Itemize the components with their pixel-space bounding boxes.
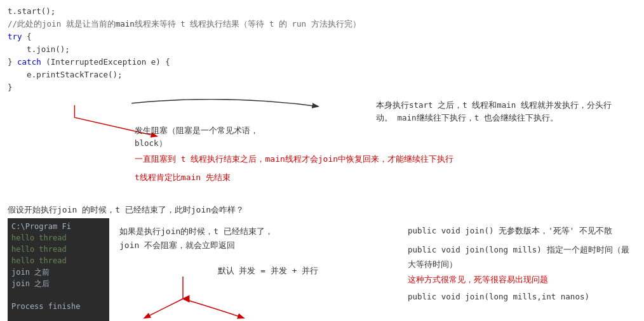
- join-question: 假设开始执行join 的时候，t 已经结束了，此时join会咋样？: [8, 204, 636, 216]
- terminal-line-5: join 之后: [11, 278, 105, 289]
- code-line-1: t.start();: [8, 5, 636, 18]
- concurrency-arrows: [126, 277, 316, 321]
- join-immediate-return: 如果是执行join的时候，t 已经结束了， join 不会阻塞，就会立即返回: [119, 225, 398, 252]
- annotation-section: 本身执行start 之后，t 线程和main 线程就并发执行，分头行动。 mai…: [8, 99, 636, 200]
- code-line-6: e.printStackTrace();: [8, 69, 636, 81]
- concurrency-formula: 默认 并发 = 并发 + 并行: [138, 265, 398, 277]
- right-api-section: public void join() 无参数版本，'死等' 不见不散 publi…: [408, 218, 636, 321]
- code-line-2: //此处的join 就是让当前的main线程来等待 t 线程执行结果（等待 t …: [8, 18, 636, 30]
- resume-annotation: 一直阻塞到 t 线程执行结束之后，main线程才会join中恢复回来，才能继续往…: [135, 153, 453, 166]
- terminal-line-6: [11, 289, 105, 301]
- api-line-3: public void join(long mills,int nanos): [408, 289, 636, 305]
- block-annotation: 发生阻塞（阻塞是一个常见术语，block）: [135, 124, 258, 150]
- page-container: t.start(); //此处的join 就是让当前的main线程来等待 t 线…: [0, 0, 644, 321]
- concurrency-section: 默认 并发 = 并发 + 并行: [119, 265, 398, 321]
- terminal-path: C:\Program Fi: [11, 221, 105, 232]
- top-right-annotation: 本身执行start 之后，t 线程和main 线程就并发执行，分头行动。 mai…: [376, 99, 617, 124]
- code-line-4: t.join();: [8, 43, 636, 56]
- terminal-line-7: Process finishe: [11, 301, 105, 312]
- terminal-line-4: join 之前: [11, 266, 105, 278]
- terminal-line-2: hello thread: [11, 244, 105, 255]
- api-line-2-warning: 这种方式很常见，死等很容易出现问题: [408, 272, 636, 287]
- code-line-3: try {: [8, 30, 636, 43]
- code-section: t.start(); //此处的join 就是让当前的main线程来等待 t 线…: [8, 5, 636, 94]
- code-line-7: }: [8, 81, 636, 94]
- terminal-box: C:\Program Fi hello thread hello thread …: [8, 218, 109, 321]
- t-end-annotation: t线程肯定比main 先结束: [135, 172, 231, 183]
- middle-annotations: 如果是执行join的时候，t 已经结束了， join 不会阻塞，就会立即返回 默…: [109, 218, 408, 321]
- terminal-line-1: hello thread: [11, 232, 105, 244]
- terminal-line-3: hello thread: [11, 255, 105, 266]
- bottom-section: C:\Program Fi hello thread hello thread …: [8, 218, 636, 321]
- api-line-1: public void join() 无参数版本，'死等' 不见不散: [408, 223, 636, 239]
- code-line-5: } catch (InterruptedException e) {: [8, 56, 636, 69]
- api-line-2: public void join(long mills) 指定一个超时时间（最大…: [408, 242, 636, 272]
